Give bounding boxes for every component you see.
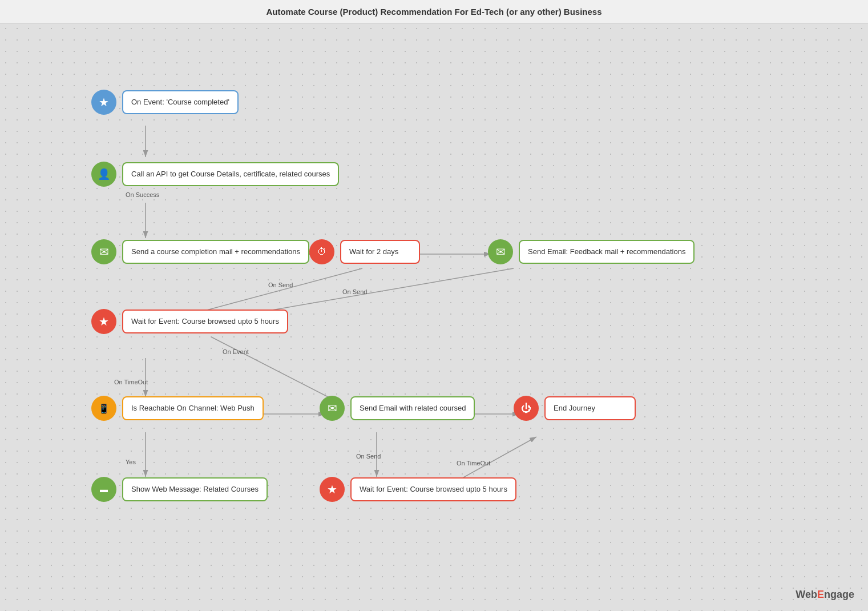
event-start-icon: ★ [91, 90, 116, 115]
wait-event2-icon: ★ [320, 477, 345, 502]
page-title: Automate Course (Product) Recommendation… [0, 0, 868, 24]
send-email-related-icon: ✉ [320, 396, 345, 421]
node-end-journey: ⏻ End Journey [514, 396, 636, 421]
wait-event1-box: Wait for Event: Course browsed upto 5 ho… [122, 309, 288, 333]
node-show-web: ▬ Show Web Message: Related Courses [91, 477, 268, 502]
send-completion-icon: ✉ [91, 239, 116, 264]
reachable-icon: 📱 [91, 396, 116, 421]
label-on-event: On Event [223, 348, 249, 355]
api-call-icon: 👤 [91, 162, 116, 187]
label-on-success: On Success [126, 191, 159, 198]
label-on-send3: On Send [342, 288, 367, 295]
wait-event2-box: Wait for Event: Course browsed upto 5 ho… [350, 477, 516, 501]
svg-line-8 [211, 337, 342, 404]
brand-logo: WebEngage [796, 589, 854, 601]
end-journey-icon: ⏻ [514, 396, 539, 421]
node-feedback-mail: ✉ Send Email: Feedback mail + recommenda… [488, 239, 695, 264]
node-api-call: 👤 Call an API to get Course Details, cer… [91, 162, 339, 187]
node-event-start: ★ On Event: 'Course completed' [91, 90, 239, 115]
label-on-send2: On Send [268, 282, 293, 288]
wait-2days-icon: ⏱ [309, 239, 334, 264]
wait-2days-box: Wait for 2 days [340, 240, 420, 264]
send-completion-box: Send a course completion mail + recommen… [122, 240, 309, 264]
api-call-box: Call an API to get Course Details, certi… [122, 162, 339, 186]
page-background: Automate Course (Product) Recommendation… [0, 0, 868, 611]
node-wait-2days: ⏱ Wait for 2 days [309, 239, 420, 264]
node-send-completion: ✉ Send a course completion mail + recomm… [91, 239, 309, 264]
send-email-related-box: Send Email with related coursed [350, 396, 475, 420]
show-web-box: Show Web Message: Related Courses [122, 477, 268, 501]
feedback-mail-box: Send Email: Feedback mail + recommendati… [519, 240, 695, 264]
label-on-timeout2: On TimeOut [457, 460, 490, 467]
node-wait-event1: ★ Wait for Event: Course browsed upto 5 … [91, 309, 288, 334]
show-web-icon: ▬ [91, 477, 116, 502]
flow-canvas: On Success On Send On Send On Send On Ev… [0, 26, 868, 611]
feedback-mail-icon: ✉ [488, 239, 513, 264]
node-send-email-related: ✉ Send Email with related coursed [320, 396, 475, 421]
label-on-send-wait: On Send [356, 453, 381, 460]
reachable-box: Is Reachable On Channel: Web Push [122, 396, 264, 420]
node-wait-event2: ★ Wait for Event: Course browsed upto 5 … [320, 477, 516, 502]
event-start-box: On Event: 'Course completed' [122, 90, 239, 114]
node-reachable: 📱 Is Reachable On Channel: Web Push [91, 396, 264, 421]
label-on-timeout1: On TimeOut [114, 379, 148, 385]
end-journey-box: End Journey [544, 396, 636, 420]
wait-event1-icon: ★ [91, 309, 116, 334]
label-yes: Yes [126, 459, 136, 465]
